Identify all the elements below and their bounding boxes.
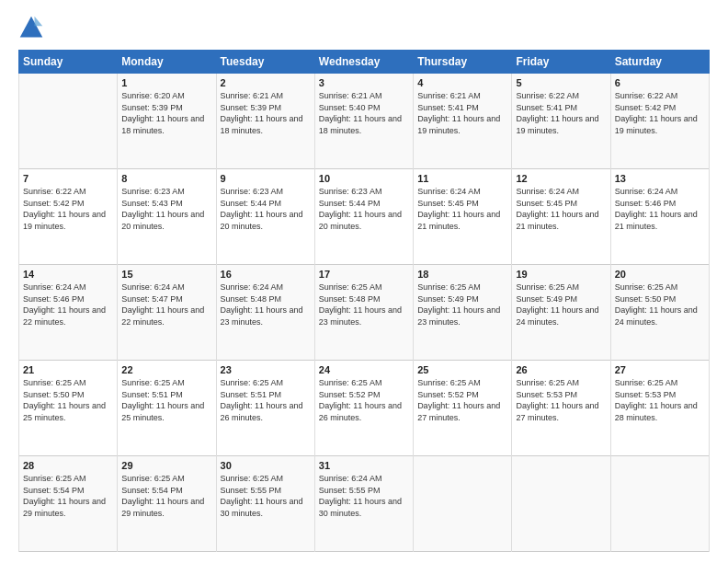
day-number: 17: [319, 269, 409, 280]
svg-marker-1: [35, 17, 43, 27]
header-cell-sunday: Sunday: [19, 51, 118, 74]
week-row-4: 28Sunrise: 6:25 AM Sunset: 5:54 PM Dayli…: [19, 456, 710, 552]
cell-info: Sunrise: 6:25 AM Sunset: 5:50 PM Dayligh…: [23, 377, 113, 423]
calendar-body: 1Sunrise: 6:20 AM Sunset: 5:39 PM Daylig…: [19, 74, 710, 552]
day-number: 7: [23, 173, 113, 184]
calendar-cell: 4Sunrise: 6:21 AM Sunset: 5:41 PM Daylig…: [414, 74, 512, 169]
calendar-cell: 28Sunrise: 6:25 AM Sunset: 5:54 PM Dayli…: [19, 456, 118, 552]
day-number: 23: [221, 364, 311, 375]
day-number: 1: [121, 77, 211, 88]
calendar-cell: 24Sunrise: 6:25 AM Sunset: 5:52 PM Dayli…: [314, 361, 413, 456]
day-number: 3: [319, 77, 409, 88]
calendar-table: SundayMondayTuesdayWednesdayThursdayFrid…: [18, 50, 710, 552]
day-number: 21: [23, 364, 113, 375]
day-number: 16: [221, 269, 311, 280]
cell-info: Sunrise: 6:25 AM Sunset: 5:53 PM Dayligh…: [615, 377, 705, 423]
cell-info: Sunrise: 6:24 AM Sunset: 5:46 PM Dayligh…: [615, 186, 705, 232]
day-number: 19: [516, 269, 606, 280]
calendar-cell: 1Sunrise: 6:20 AM Sunset: 5:39 PM Daylig…: [118, 74, 216, 169]
week-row-2: 14Sunrise: 6:24 AM Sunset: 5:46 PM Dayli…: [19, 265, 710, 361]
cell-info: Sunrise: 6:25 AM Sunset: 5:48 PM Dayligh…: [319, 282, 409, 327]
week-row-3: 21Sunrise: 6:25 AM Sunset: 5:50 PM Dayli…: [19, 361, 710, 456]
day-number: 10: [319, 173, 409, 184]
header-cell-monday: Monday: [118, 51, 216, 74]
calendar-cell: 2Sunrise: 6:21 AM Sunset: 5:39 PM Daylig…: [216, 74, 314, 169]
cell-info: Sunrise: 6:24 AM Sunset: 5:55 PM Dayligh…: [319, 473, 409, 519]
calendar-cell: 14Sunrise: 6:24 AM Sunset: 5:46 PM Dayli…: [19, 265, 118, 361]
cell-info: Sunrise: 6:20 AM Sunset: 5:39 PM Dayligh…: [121, 90, 211, 136]
day-number: 15: [121, 269, 211, 280]
day-number: 22: [121, 364, 211, 375]
cell-info: Sunrise: 6:23 AM Sunset: 5:44 PM Dayligh…: [221, 186, 311, 232]
cell-info: Sunrise: 6:25 AM Sunset: 5:54 PM Dayligh…: [121, 473, 211, 519]
calendar-cell: 26Sunrise: 6:25 AM Sunset: 5:53 PM Dayli…: [512, 361, 610, 456]
calendar-cell: 3Sunrise: 6:21 AM Sunset: 5:40 PM Daylig…: [314, 74, 413, 169]
calendar-cell: [512, 456, 610, 552]
cell-info: Sunrise: 6:23 AM Sunset: 5:44 PM Dayligh…: [319, 186, 409, 232]
calendar-cell: 16Sunrise: 6:24 AM Sunset: 5:48 PM Dayli…: [216, 265, 314, 361]
calendar-header: SundayMondayTuesdayWednesdayThursdayFrid…: [19, 51, 710, 74]
header-cell-saturday: Saturday: [610, 51, 709, 74]
calendar-cell: 23Sunrise: 6:25 AM Sunset: 5:51 PM Dayli…: [216, 361, 314, 456]
calendar-cell: 25Sunrise: 6:25 AM Sunset: 5:52 PM Dayli…: [414, 361, 512, 456]
cell-info: Sunrise: 6:25 AM Sunset: 5:49 PM Dayligh…: [516, 282, 606, 327]
cell-info: Sunrise: 6:25 AM Sunset: 5:49 PM Dayligh…: [417, 282, 507, 327]
calendar-cell: 5Sunrise: 6:22 AM Sunset: 5:41 PM Daylig…: [512, 74, 610, 169]
cell-info: Sunrise: 6:21 AM Sunset: 5:41 PM Dayligh…: [417, 90, 507, 136]
day-number: 30: [221, 460, 311, 471]
header-row: SundayMondayTuesdayWednesdayThursdayFrid…: [19, 51, 710, 74]
cell-info: Sunrise: 6:24 AM Sunset: 5:45 PM Dayligh…: [516, 186, 606, 232]
day-number: 8: [121, 173, 211, 184]
day-number: 28: [23, 460, 113, 471]
cell-info: Sunrise: 6:24 AM Sunset: 5:45 PM Dayligh…: [417, 186, 507, 232]
cell-info: Sunrise: 6:22 AM Sunset: 5:42 PM Dayligh…: [615, 90, 705, 136]
cell-info: Sunrise: 6:25 AM Sunset: 5:54 PM Dayligh…: [23, 473, 113, 519]
page: SundayMondayTuesdayWednesdayThursdayFrid…: [0, 0, 728, 563]
calendar-cell: 18Sunrise: 6:25 AM Sunset: 5:49 PM Dayli…: [414, 265, 512, 361]
cell-info: Sunrise: 6:24 AM Sunset: 5:47 PM Dayligh…: [121, 282, 211, 327]
calendar-cell: 6Sunrise: 6:22 AM Sunset: 5:42 PM Daylig…: [610, 74, 709, 169]
header-cell-wednesday: Wednesday: [314, 51, 413, 74]
cell-info: Sunrise: 6:25 AM Sunset: 5:51 PM Dayligh…: [121, 377, 211, 423]
day-number: 4: [417, 77, 507, 88]
day-number: 6: [615, 77, 705, 88]
cell-info: Sunrise: 6:21 AM Sunset: 5:40 PM Dayligh…: [319, 90, 409, 136]
day-number: 27: [615, 364, 705, 375]
cell-info: Sunrise: 6:23 AM Sunset: 5:43 PM Dayligh…: [121, 186, 211, 232]
cell-info: Sunrise: 6:24 AM Sunset: 5:46 PM Dayligh…: [23, 282, 113, 327]
svg-marker-0: [20, 17, 43, 38]
calendar-cell: 30Sunrise: 6:25 AM Sunset: 5:55 PM Dayli…: [216, 456, 314, 552]
calendar-cell: 8Sunrise: 6:23 AM Sunset: 5:43 PM Daylig…: [118, 169, 216, 265]
day-number: 26: [516, 364, 606, 375]
day-number: 31: [319, 460, 409, 471]
day-number: 14: [23, 269, 113, 280]
calendar-cell: 19Sunrise: 6:25 AM Sunset: 5:49 PM Dayli…: [512, 265, 610, 361]
cell-info: Sunrise: 6:22 AM Sunset: 5:42 PM Dayligh…: [23, 186, 113, 232]
cell-info: Sunrise: 6:24 AM Sunset: 5:48 PM Dayligh…: [221, 282, 311, 327]
calendar-cell: [19, 74, 118, 169]
day-number: 20: [615, 269, 705, 280]
cell-info: Sunrise: 6:21 AM Sunset: 5:39 PM Dayligh…: [221, 90, 311, 136]
day-number: 29: [121, 460, 211, 471]
calendar-cell: 10Sunrise: 6:23 AM Sunset: 5:44 PM Dayli…: [314, 169, 413, 265]
calendar-cell: 31Sunrise: 6:24 AM Sunset: 5:55 PM Dayli…: [314, 456, 413, 552]
calendar-cell: 20Sunrise: 6:25 AM Sunset: 5:50 PM Dayli…: [610, 265, 709, 361]
calendar-cell: 21Sunrise: 6:25 AM Sunset: 5:50 PM Dayli…: [19, 361, 118, 456]
calendar-cell: 7Sunrise: 6:22 AM Sunset: 5:42 PM Daylig…: [19, 169, 118, 265]
logo: [18, 15, 48, 40]
calendar-cell: 17Sunrise: 6:25 AM Sunset: 5:48 PM Dayli…: [314, 265, 413, 361]
calendar-cell: [610, 456, 709, 552]
cell-info: Sunrise: 6:25 AM Sunset: 5:50 PM Dayligh…: [615, 282, 705, 327]
cell-info: Sunrise: 6:25 AM Sunset: 5:51 PM Dayligh…: [221, 377, 311, 423]
calendar-cell: 15Sunrise: 6:24 AM Sunset: 5:47 PM Dayli…: [118, 265, 216, 361]
day-number: 11: [417, 173, 507, 184]
calendar-cell: 11Sunrise: 6:24 AM Sunset: 5:45 PM Dayli…: [414, 169, 512, 265]
day-number: 5: [516, 77, 606, 88]
calendar-cell: 29Sunrise: 6:25 AM Sunset: 5:54 PM Dayli…: [118, 456, 216, 552]
header-cell-thursday: Thursday: [414, 51, 512, 74]
cell-info: Sunrise: 6:22 AM Sunset: 5:41 PM Dayligh…: [516, 90, 606, 136]
week-row-0: 1Sunrise: 6:20 AM Sunset: 5:39 PM Daylig…: [19, 74, 710, 169]
calendar-cell: 12Sunrise: 6:24 AM Sunset: 5:45 PM Dayli…: [512, 169, 610, 265]
day-number: 25: [417, 364, 507, 375]
cell-info: Sunrise: 6:25 AM Sunset: 5:53 PM Dayligh…: [516, 377, 606, 423]
